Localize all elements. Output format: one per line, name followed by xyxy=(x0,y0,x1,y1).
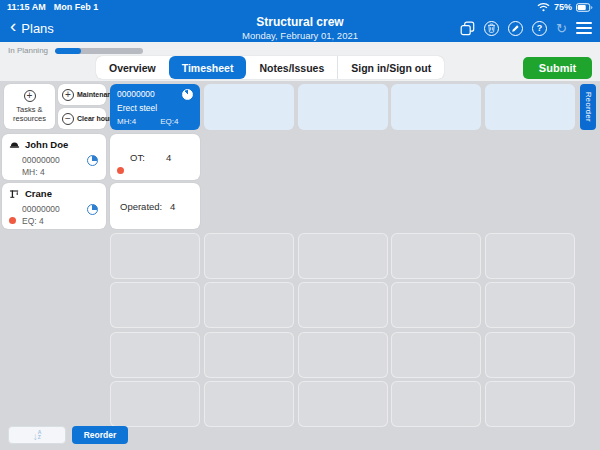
resource-card-crane[interactable]: Crane 00000000 EQ: 4 xyxy=(2,183,106,229)
task-eq-total: EQ:4 xyxy=(160,117,178,126)
nav-bar: Plans Structural crew Monday, February 0… xyxy=(0,14,600,42)
resource-code: 00000000 xyxy=(22,204,60,214)
task-name: Erect steel xyxy=(117,103,193,113)
grid-cell[interactable] xyxy=(391,381,481,427)
tasks-resources-label: Tasks & resources xyxy=(8,105,52,124)
grid-cell[interactable] xyxy=(110,332,200,378)
back-chevron-icon xyxy=(10,18,16,38)
grid-cell[interactable] xyxy=(298,233,388,279)
app-root: 11:15 AM Mon Feb 1 75% xyxy=(0,0,600,450)
resource-name: John Doe xyxy=(25,139,68,150)
grid-cell[interactable] xyxy=(485,381,575,427)
resource-hours: EQ: 4 xyxy=(22,216,44,226)
battery-percent: 75% xyxy=(554,2,572,12)
day-header-cell[interactable] xyxy=(391,84,481,130)
resource-name: Crane xyxy=(25,188,52,199)
partial-hours-pie-icon xyxy=(182,89,193,100)
grid-cell[interactable] xyxy=(391,233,481,279)
planning-status-label: In Planning xyxy=(8,46,48,55)
back-label: Plans xyxy=(21,21,54,36)
sort-az-icon xyxy=(33,426,42,444)
timesheet-grid: Tasks & resources Maintenance Clear hour… xyxy=(0,81,600,450)
sort-button[interactable] xyxy=(8,426,66,444)
status-right: 75% xyxy=(537,2,593,12)
clear-hours-button[interactable]: Clear hours xyxy=(58,108,106,129)
crane-icon xyxy=(9,189,20,199)
wifi-icon xyxy=(537,2,550,12)
tab-timesheet[interactable]: Timesheet xyxy=(169,56,247,79)
grid-cell[interactable] xyxy=(391,282,481,328)
entry-label: Operated: xyxy=(120,201,162,212)
timesheet-entry-operated[interactable]: Operated: 4 xyxy=(110,183,200,229)
subheader: In Planning Overview Timesheet Notes/Iss… xyxy=(0,42,600,81)
planning-progress-fill xyxy=(55,48,81,54)
grid-cell[interactable] xyxy=(298,381,388,427)
resource-code: 00000000 xyxy=(22,155,60,165)
entry-value: 4 xyxy=(170,201,175,212)
planning-status: In Planning xyxy=(8,46,143,55)
menu-icon[interactable] xyxy=(576,22,592,34)
task-code: 00000000 xyxy=(117,89,155,99)
copy-icon[interactable] xyxy=(460,21,475,36)
undefined[interactable] xyxy=(391,134,481,180)
row-reorder-button[interactable]: Reorder xyxy=(72,426,128,444)
back-button[interactable]: Plans xyxy=(10,14,54,42)
undefined[interactable] xyxy=(391,183,481,229)
status-bar: 11:15 AM Mon Feb 1 75% xyxy=(0,0,600,14)
grid-cell[interactable] xyxy=(391,332,481,378)
help-icon[interactable] xyxy=(532,21,547,36)
battery-icon xyxy=(576,3,593,12)
undefined[interactable] xyxy=(485,134,575,180)
task-card[interactable]: 00000000 Erect steel MH:4 EQ:4 xyxy=(110,84,200,130)
grid-cell[interactable] xyxy=(204,332,294,378)
tasks-resources-button[interactable]: Tasks & resources xyxy=(4,84,55,129)
undefined[interactable] xyxy=(485,183,575,229)
day-header-cell[interactable] xyxy=(204,84,294,130)
alert-dot-icon xyxy=(117,167,124,174)
submit-button[interactable]: Submit xyxy=(523,57,592,79)
grid-cell[interactable] xyxy=(298,332,388,378)
task-mh-total: MH:4 xyxy=(117,117,136,126)
add-maintenance-button[interactable]: Maintenance xyxy=(58,84,106,105)
undefined[interactable] xyxy=(204,134,294,180)
tab-notes-issues[interactable]: Notes/Issues xyxy=(246,56,337,79)
day-header-cell[interactable] xyxy=(298,84,388,130)
status-date: Mon Feb 1 xyxy=(54,2,99,12)
edit-icon[interactable] xyxy=(508,21,523,36)
undefined[interactable] xyxy=(298,183,388,229)
alert-dot-icon xyxy=(9,217,16,224)
grid-cell[interactable] xyxy=(110,233,200,279)
tab-overview[interactable]: Overview xyxy=(96,56,169,79)
grid-cell[interactable] xyxy=(298,282,388,328)
grid-cell[interactable] xyxy=(485,282,575,328)
tab-sign-in-out[interactable]: Sign in/Sign out xyxy=(337,56,444,79)
hardhat-icon xyxy=(9,140,20,149)
tab-bar: Overview Timesheet Notes/Issues Sign in/… xyxy=(96,56,444,79)
nav-actions xyxy=(460,14,592,42)
day-header-cell[interactable] xyxy=(485,84,575,130)
grid-cell[interactable] xyxy=(110,381,200,427)
grid-cell[interactable] xyxy=(204,381,294,427)
column-reorder-button[interactable]: Reorder xyxy=(580,84,596,130)
grid-cell[interactable] xyxy=(110,282,200,328)
timesheet-entry-ot[interactable]: OT: 4 xyxy=(110,134,200,180)
grid-cell[interactable] xyxy=(204,282,294,328)
grid-cell[interactable] xyxy=(204,233,294,279)
resource-hours: MH: 4 xyxy=(22,167,45,177)
sync-icon[interactable] xyxy=(556,22,567,35)
partial-hours-pie-icon xyxy=(87,155,98,166)
grid-cell[interactable] xyxy=(485,332,575,378)
entry-value: 4 xyxy=(166,152,171,163)
delete-icon[interactable] xyxy=(484,21,499,36)
plus-circle-icon xyxy=(62,89,74,101)
partial-hours-pie-icon xyxy=(87,204,98,215)
resource-card-john-doe[interactable]: John Doe 00000000 MH: 4 xyxy=(2,134,106,180)
status-time: 11:15 AM xyxy=(7,2,46,12)
planning-progress-bar xyxy=(55,48,143,54)
undefined[interactable] xyxy=(204,183,294,229)
plus-circle-icon xyxy=(24,90,36,102)
undefined[interactable] xyxy=(298,134,388,180)
entry-label: OT: xyxy=(130,152,145,163)
status-left: 11:15 AM Mon Feb 1 xyxy=(7,2,98,12)
grid-cell[interactable] xyxy=(485,233,575,279)
